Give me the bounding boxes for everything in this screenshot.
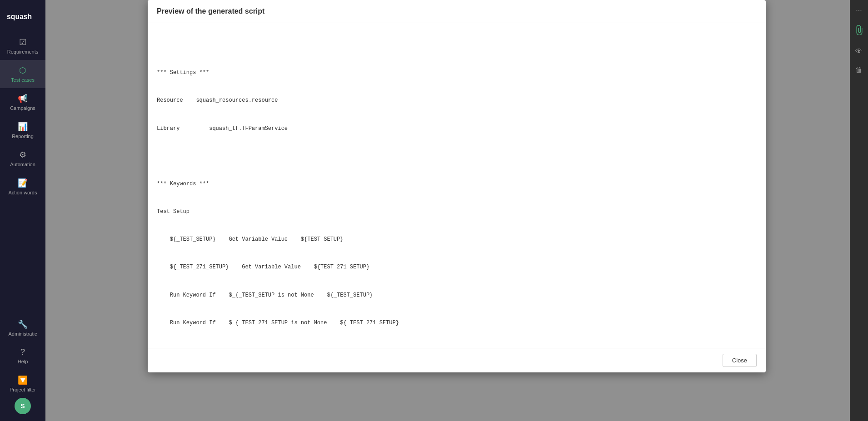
- library-line: Library squash_tf.TFParamService: [157, 124, 757, 133]
- admin-icon: 🔧: [18, 319, 28, 329]
- sidebar-item-automation-label: Automation: [10, 162, 35, 167]
- sidebar-item-administration[interactable]: 🔧 Administratic: [0, 314, 45, 342]
- project-filter-icon: 🔽: [18, 375, 28, 385]
- modal-dialog: Preview of the generated script *** Sett…: [148, 0, 766, 372]
- avatar[interactable]: S: [15, 398, 31, 414]
- sidebar-item-automation[interactable]: ⚙ Automation: [0, 144, 45, 173]
- keywords-header: *** Keywords ***: [157, 179, 757, 188]
- kw-line-1: ${_TEST_271_SETUP} Get Variable Value ${…: [157, 263, 757, 272]
- sidebar-item-campaigns-label: Campaigns: [10, 105, 35, 111]
- sidebar-item-action-words[interactable]: 📝 Action words: [0, 173, 45, 201]
- modal-title: Preview of the generated script: [157, 7, 264, 15]
- modal-header: Preview of the generated script: [148, 0, 766, 23]
- help-icon: ?: [20, 347, 25, 357]
- settings-header: *** Settings ***: [157, 68, 757, 77]
- test-cases-icon: ⬡: [19, 65, 26, 75]
- sidebar-item-help[interactable]: ? Help: [0, 342, 45, 370]
- campaigns-icon: 📢: [18, 94, 28, 104]
- sidebar-item-test-cases[interactable]: ⬡ Test cases: [0, 60, 45, 88]
- sidebar-item-project-filter-label: Project filter: [10, 387, 36, 392]
- modal-backdrop: Preview of the generated script *** Sett…: [45, 0, 868, 421]
- requirements-icon: ☑: [19, 37, 26, 47]
- sidebar-item-project-filter[interactable]: 🔽 Project filter: [0, 370, 45, 398]
- sidebar-bottom: 🔧 Administratic ? Help 🔽 Project filter …: [0, 314, 45, 421]
- blank1: [157, 152, 757, 161]
- resource-line: Resource squash_resources.resource: [157, 96, 757, 105]
- automation-icon: ⚙: [19, 150, 26, 160]
- test-setup-label: Test Setup: [157, 207, 757, 216]
- kw-line-0: ${_TEST_SETUP} Get Variable Value ${TEST…: [157, 235, 757, 244]
- sidebar-item-admin-label: Administratic: [9, 331, 37, 337]
- sidebar-item-test-cases-label: Test cases: [11, 77, 35, 83]
- modal-footer: Close: [148, 348, 766, 372]
- close-button[interactable]: Close: [723, 354, 757, 367]
- modal-body[interactable]: *** Settings *** Resource squash_resourc…: [148, 23, 766, 348]
- reporting-icon: 📊: [18, 122, 28, 132]
- kw-line-3: Run Keyword If $_{_TEST_271_SETUP is not…: [157, 318, 757, 327]
- svg-text:squash: squash: [7, 13, 32, 20]
- sidebar: squash ☑ Requirements ⬡ Test cases 📢 Cam…: [0, 0, 45, 421]
- sidebar-item-action-words-label: Action words: [9, 190, 37, 195]
- main-content: ··· 👁 🗑 Preview of the generated script …: [45, 0, 868, 421]
- script-content: *** Settings *** Resource squash_resourc…: [157, 50, 757, 348]
- kw-line-2: Run Keyword If $_{_TEST_SETUP is not Non…: [157, 291, 757, 300]
- sidebar-item-reporting[interactable]: 📊 Reporting: [0, 116, 45, 144]
- sidebar-item-requirements-label: Requirements: [7, 49, 38, 54]
- sidebar-item-requirements[interactable]: ☑ Requirements: [0, 32, 45, 60]
- sidebar-item-reporting-label: Reporting: [12, 134, 34, 139]
- sidebar-item-help-label: Help: [18, 359, 28, 364]
- action-words-icon: 📝: [18, 178, 28, 188]
- logo: squash: [5, 5, 41, 27]
- sidebar-item-campaigns[interactable]: 📢 Campaigns: [0, 88, 45, 116]
